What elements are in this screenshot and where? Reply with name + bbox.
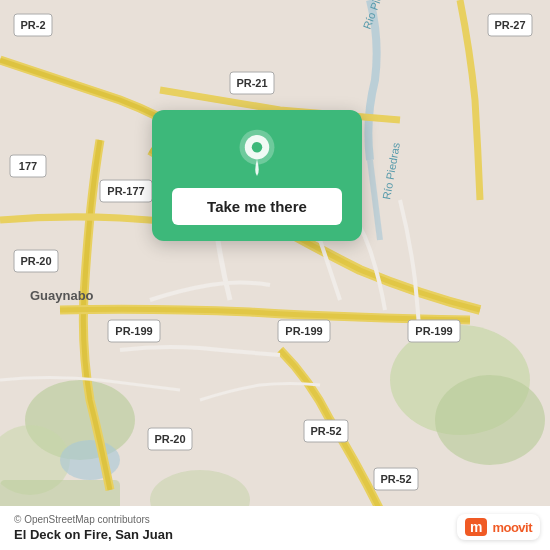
moovit-logo: m moovit [457, 514, 540, 540]
moovit-brand-text: moovit [492, 520, 532, 535]
svg-text:PR-27: PR-27 [494, 19, 525, 31]
svg-text:PR-52: PR-52 [310, 425, 341, 437]
moovit-m-icon: m [465, 518, 487, 536]
svg-text:PR-2: PR-2 [20, 19, 45, 31]
svg-text:PR-21: PR-21 [236, 77, 267, 89]
svg-point-37 [252, 142, 262, 152]
svg-text:PR-52: PR-52 [380, 473, 411, 485]
svg-text:PR-199: PR-199 [285, 325, 322, 337]
svg-text:PR-177: PR-177 [107, 185, 144, 197]
map-background: PR-2 PR-20 PR-21 PR-27 177 PR-177 PR-199… [0, 0, 550, 550]
svg-text:Guaynabo: Guaynabo [30, 288, 94, 303]
action-card: Take me there [152, 110, 362, 241]
svg-text:PR-199: PR-199 [115, 325, 152, 337]
svg-text:PR-20: PR-20 [20, 255, 51, 267]
svg-text:177: 177 [19, 160, 37, 172]
svg-text:PR-199: PR-199 [415, 325, 452, 337]
take-me-there-button[interactable]: Take me there [172, 188, 342, 225]
svg-text:PR-20: PR-20 [154, 433, 185, 445]
svg-point-2 [435, 375, 545, 465]
map-container: PR-2 PR-20 PR-21 PR-27 177 PR-177 PR-199… [0, 0, 550, 550]
location-pin-icon [233, 128, 281, 176]
